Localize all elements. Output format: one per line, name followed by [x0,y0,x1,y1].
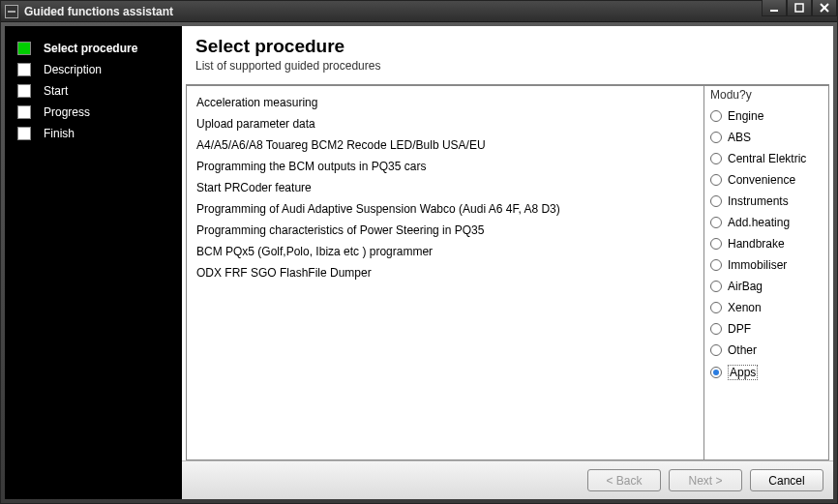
radio-icon [710,174,722,186]
wizard-footer: < Back Next > Cancel [182,460,833,499]
radio-icon [710,132,722,143]
window-controls [762,0,837,16]
body-area: Select procedureDescriptionStartProgress… [5,26,833,499]
module-radio-apps[interactable]: Apps [710,361,823,384]
list-item[interactable]: Acceleration measuring [187,92,703,113]
titlebar: Guided functions assistant [1,1,837,22]
radio-label: Instruments [728,194,789,208]
back-button[interactable]: < Back [587,469,661,491]
maximize-button[interactable] [787,0,812,16]
radio-icon [710,302,722,313]
module-radio-central-elektric[interactable]: Central Elektric [710,148,823,169]
list-item[interactable]: BCM PQx5 (Golf,Polo, Ibiza etc ) program… [187,241,703,262]
step-indicator-icon [17,84,31,98]
radio-label: Add.heating [728,216,790,229]
module-radio-immobiliser[interactable]: Immobiliser [710,254,823,276]
radio-label: AirBag [728,280,763,293]
svg-rect-1 [795,4,803,12]
minimize-button[interactable] [762,0,787,16]
next-button[interactable]: Next > [669,469,742,491]
page-title: Select procedure [195,36,820,57]
main-panel: Select procedure List of supported guide… [182,26,833,499]
radio-label: Apps [728,365,758,380]
radio-label: DPF [728,322,751,336]
module-radio-other[interactable]: Other [710,340,823,361]
step-indicator-icon [17,42,31,55]
list-item[interactable]: Upload parameter data [187,113,703,134]
module-radio-abs[interactable]: ABS [710,127,823,148]
module-group-label: Modu?y [710,88,823,102]
close-icon [820,3,829,13]
wizard-step-finish[interactable]: Finish [5,123,182,144]
module-radio-airbag[interactable]: AirBag [710,276,823,297]
list-item[interactable]: ODX FRF SGO FlashFile Dumper [187,262,703,283]
list-item[interactable]: Programming the BCM outputs in PQ35 cars [187,156,703,177]
cancel-button[interactable]: Cancel [750,469,823,491]
list-item[interactable]: Start PRCoder feature [187,177,703,198]
radio-icon [710,367,722,378]
wizard-step-select-procedure[interactable]: Select procedure [5,38,182,59]
radio-label: Other [728,343,757,357]
radio-icon [710,195,722,207]
step-label: Finish [44,127,182,140]
wizard-step-start[interactable]: Start [5,80,182,102]
module-group: Modu?y EngineABSCentral ElektricConvenie… [703,85,829,460]
wizard-sidebar: Select procedureDescriptionStartProgress… [5,26,182,499]
wizard-step-description[interactable]: Description [5,59,182,80]
radio-icon [710,110,722,122]
step-indicator-icon [17,105,31,119]
step-indicator-icon [17,127,31,140]
module-radio-add-heating[interactable]: Add.heating [710,212,823,233]
radio-label: Immobiliser [728,258,787,272]
content-area: Acceleration measuringUpload parameter d… [186,84,829,460]
module-radio-engine[interactable]: Engine [710,105,823,127]
step-indicator-icon [17,63,31,76]
window-title: Guided functions assistant [24,5,173,18]
module-radio-instruments[interactable]: Instruments [710,191,823,212]
procedure-list[interactable]: Acceleration measuringUpload parameter d… [186,85,703,460]
radio-icon [710,217,722,228]
module-radio-convenience[interactable]: Convenience [710,169,823,191]
radio-icon [710,259,722,271]
module-radio-dpf[interactable]: DPF [710,318,823,340]
wizard-step-progress[interactable]: Progress [5,102,182,123]
radio-label: Handbrake [728,237,785,251]
main-header: Select procedure List of supported guide… [182,26,833,80]
step-label: Description [44,63,182,76]
step-label: Progress [44,105,182,119]
close-button[interactable] [812,0,837,16]
minimize-icon [769,3,779,13]
app-icon [5,5,18,18]
radio-label: ABS [728,131,751,144]
step-label: Select procedure [44,42,182,55]
step-label: Start [44,84,182,98]
module-radio-xenon[interactable]: Xenon [710,297,823,318]
list-item[interactable]: Programming of Audi Adaptive Suspension … [187,198,703,220]
radio-icon [710,323,722,335]
radio-label: Engine [728,109,763,123]
app-window: Guided functions assistant Select proced… [0,0,838,504]
radio-icon [710,281,722,292]
page-subtitle: List of supported guided procedures [195,59,820,73]
list-item[interactable]: A4/A5/A6/A8 Touareg BCM2 Recode LED/Bulb… [187,134,703,156]
list-item[interactable]: Programming characteristics of Power Ste… [187,220,703,241]
maximize-icon [794,3,804,13]
radio-label: Central Elektric [728,152,806,165]
radio-icon [710,238,722,250]
radio-label: Xenon [728,301,762,314]
radio-label: Convenience [728,173,795,187]
module-radio-handbrake[interactable]: Handbrake [710,233,823,254]
radio-icon [710,344,722,356]
radio-icon [710,153,722,164]
